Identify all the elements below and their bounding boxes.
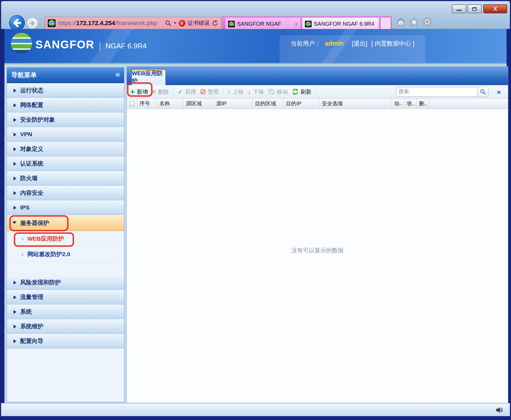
logout-link[interactable]: [退出]	[352, 40, 367, 48]
sidebar-item-server-protection[interactable]: 服务器保护	[7, 215, 124, 231]
select-all-checkbox[interactable]	[130, 101, 135, 106]
toolbar-separator	[316, 88, 316, 96]
search-magnifier-icon[interactable]	[165, 20, 172, 27]
expand-arrow-icon	[14, 177, 16, 180]
tab-sangfor-ngaf-69r4[interactable]: SANGFOR NGAF 6.9R4	[302, 17, 379, 30]
toolbar-separator	[223, 88, 223, 96]
favorites-star-icon[interactable]	[409, 17, 419, 27]
sidebar-subitem-web-app-protection[interactable]: ›WEB应用防护	[7, 231, 124, 246]
magnifier-icon	[480, 89, 486, 95]
sangfor-logo	[10, 32, 33, 54]
search-button[interactable]	[478, 87, 488, 97]
search-dropdown-caret-icon[interactable]	[174, 22, 177, 24]
add-button[interactable]: +新增	[130, 88, 148, 96]
minimize-icon	[457, 10, 462, 11]
column-header-action[interactable]: 动..	[392, 99, 405, 109]
minimize-button[interactable]	[452, 4, 466, 13]
table-body: 没有可以显示的数据	[127, 109, 508, 403]
maximize-icon	[472, 7, 477, 11]
sidebar-title: 导航菜单	[7, 71, 37, 79]
column-header-dst-ip[interactable]: 目的IP	[284, 99, 320, 109]
expand-arrow-icon	[14, 295, 16, 299]
sidebar-item-auth-system[interactable]: 认证系统	[7, 156, 124, 171]
move-up-button[interactable]: ↑上移	[227, 88, 244, 96]
sidebar-item-content-security[interactable]: 内容安全	[7, 186, 124, 200]
navigation-sidebar: 导航菜单 « 运行状态 网络配置 安全防护对象 VPN 对象定义 认证系统 防火…	[7, 67, 124, 402]
status-bar	[1, 403, 510, 416]
expand-arrow-icon	[14, 310, 16, 314]
certificate-error-label[interactable]: 证书错误	[188, 19, 210, 27]
speaker-icon[interactable]	[495, 406, 504, 414]
column-header-delete[interactable]: 删..	[417, 99, 429, 109]
maximize-button[interactable]	[467, 4, 482, 13]
collapse-arrow-icon	[12, 221, 16, 224]
refresh-page-icon[interactable]	[212, 20, 218, 27]
block-icon	[200, 89, 206, 95]
column-header-seq[interactable]: 序号	[137, 99, 157, 109]
column-header-src-zone[interactable]: 源区域	[184, 99, 214, 109]
sidebar-item-running-status[interactable]: 运行状态	[7, 83, 124, 98]
move-down-button[interactable]: ↓下移	[248, 88, 264, 96]
delete-button[interactable]: ×删除	[152, 88, 169, 96]
search-input[interactable]	[396, 87, 478, 97]
column-header-name[interactable]: 名称	[157, 99, 184, 109]
new-tab-stub[interactable]	[380, 17, 391, 30]
expand-arrow-icon	[14, 162, 16, 166]
content-tab-web-app-protection[interactable]: WEB应用防护	[131, 69, 166, 85]
address-bar[interactable]: https://172.172.4.254/framework.php x 证书…	[45, 17, 222, 29]
search-area	[396, 87, 488, 97]
forward-button[interactable]	[27, 17, 38, 29]
empty-state-text: 没有可以显示的数据	[291, 246, 344, 265]
disable-button[interactable]: 禁用	[200, 88, 219, 96]
sidebar-item-risk-discovery[interactable]: 风险发现和防护	[7, 275, 124, 290]
sidebar-item-security-objects[interactable]: 安全防护对象	[7, 112, 124, 127]
page-favicon-icon	[48, 19, 56, 27]
back-arrow-icon	[12, 18, 22, 28]
sidebar-item-network-config[interactable]: 网络配置	[7, 98, 124, 112]
close-icon: X	[493, 6, 497, 12]
tab-close-icon[interactable]: x	[295, 21, 298, 27]
move-button[interactable]: 移动	[268, 88, 288, 96]
datacenter-link[interactable]: [ 内置数据中心 ]	[371, 40, 414, 48]
expand-arrow-icon	[14, 281, 16, 285]
home-icon[interactable]	[396, 17, 405, 27]
column-header-status[interactable]: 状..	[405, 99, 417, 109]
select-all-cell	[127, 99, 137, 109]
sidebar-collapse-icon[interactable]: «	[115, 69, 120, 79]
refresh-button[interactable]: 刷新	[292, 88, 312, 96]
toolbar: +新增 ×删除 ✓启用 禁用 ↑上移 ↓下移 移动	[127, 85, 508, 99]
sidebar-item-config-wizard[interactable]: 配置向导	[7, 334, 124, 348]
column-header-filler	[429, 99, 508, 109]
close-button[interactable]: X	[483, 4, 507, 13]
sidebar-item-object-definition[interactable]: 对象定义	[7, 142, 124, 156]
sub-arrow-icon: ›	[21, 234, 24, 243]
settings-gear-icon[interactable]	[423, 17, 432, 27]
column-header-dst-zone[interactable]: 目的区域	[253, 99, 284, 109]
forward-arrow-icon	[29, 20, 36, 27]
move-window-icon	[268, 89, 275, 95]
enable-button[interactable]: ✓启用	[178, 88, 196, 96]
plus-icon: +	[130, 89, 135, 95]
browser-tabstrip: SANGFOR NGAF x SANGFOR NGAF 6.9R4	[222, 16, 392, 30]
sidebar-item-system[interactable]: 系统	[7, 305, 124, 319]
expand-arrow-icon	[14, 103, 16, 107]
content-tabstrip: WEB应用防护	[127, 67, 508, 85]
sidebar-item-system-maintenance[interactable]: 系统维护	[7, 319, 124, 334]
table-header: 序号 名称 源区域 源IP 目的区域 目的IP 安全选项 动.. 状.. 删..	[127, 99, 508, 109]
column-header-src-ip[interactable]: 源IP	[214, 99, 253, 109]
column-header-security-options[interactable]: 安全选项	[320, 99, 392, 109]
sidebar-header: 导航菜单 «	[7, 67, 124, 83]
tab-sangfor-ngaf[interactable]: SANGFOR NGAF x	[225, 17, 301, 30]
sidebar-item-firewall[interactable]: 防火墙	[7, 171, 124, 186]
sidebar-item-traffic-management[interactable]: 流量管理	[7, 290, 124, 305]
more-options-button[interactable]: »	[497, 88, 501, 96]
sidebar-item-ips[interactable]: IPS	[7, 200, 124, 215]
expand-arrow-icon	[14, 133, 16, 136]
main-panel: WEB应用防护 +新增 ×删除 ✓启用 禁用 ↑上移 ↓下移 移动	[127, 66, 508, 403]
tab-favicon-icon	[228, 21, 235, 27]
sidebar-subitem-anti-defacement[interactable]: ›网站篡改防护2.0	[7, 246, 124, 262]
expand-arrow-icon	[14, 325, 16, 329]
certificate-error-icon[interactable]: x	[179, 20, 185, 27]
delete-x-icon: ×	[152, 89, 156, 95]
sidebar-item-vpn[interactable]: VPN	[7, 127, 124, 142]
